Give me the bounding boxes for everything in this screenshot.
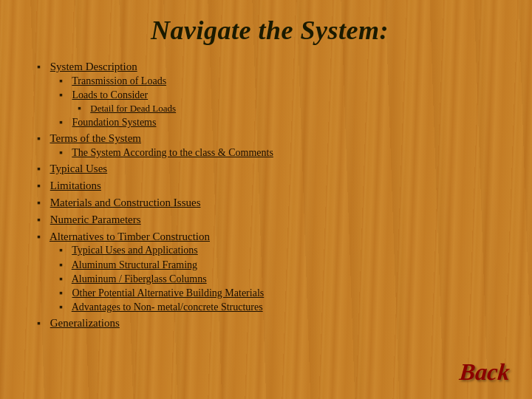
sub-list: ▪ The System According to the class & Co… — [37, 146, 502, 160]
item-label[interactable]: Limitations — [50, 180, 101, 191]
bullet-icon: ▪ — [59, 146, 69, 160]
item-label[interactable]: Transmission of Loads — [72, 75, 166, 86]
bullet-icon: ▪ — [59, 301, 69, 314]
list-item[interactable]: ▪ Other Potential Alternative Building M… — [59, 287, 502, 300]
list-item[interactable]: ▪ The System According to the class & Co… — [59, 146, 502, 160]
bullet-icon: ▪ — [37, 163, 47, 177]
bullet-icon: ▪ — [78, 102, 88, 115]
bullet-icon: ▪ — [37, 214, 47, 228]
list-item[interactable]: ▪ System Description ▪ Transmission of L… — [37, 59, 502, 129]
bullet-icon: ▪ — [37, 317, 47, 331]
bullet-icon: ▪ — [37, 132, 47, 146]
bullet-icon: ▪ — [37, 197, 47, 211]
list-item[interactable]: ▪ Detail for Dead Loads — [78, 102, 502, 115]
list-item[interactable]: ▪ Typical Uses and Applications — [59, 244, 502, 257]
list-item[interactable]: ▪ Foundation Systems — [59, 116, 502, 129]
item-label[interactable]: Numeric Parameters — [50, 214, 141, 225]
main-list: ▪ System Description ▪ Transmission of L… — [37, 59, 502, 331]
slide: Navigate the System: ▪ System Descriptio… — [0, 0, 532, 399]
list-item[interactable]: ▪ Typical Uses — [37, 161, 502, 177]
bullet-icon: ▪ — [59, 273, 69, 286]
item-label[interactable]: Aluminum / Fiberglass Columns — [72, 273, 207, 284]
list-item[interactable]: ▪ Limitations — [37, 178, 502, 194]
list-item[interactable]: ▪ Aluminum Structural Framing — [59, 259, 502, 272]
item-label[interactable]: Typical Uses and Applications — [72, 245, 198, 256]
item-label[interactable]: Other Potential Alternative Building Mat… — [72, 287, 265, 299]
item-label[interactable]: Materials and Construction Issues — [50, 197, 201, 208]
list-item[interactable]: ▪ Transmission of Loads — [59, 75, 502, 88]
bullet-icon: ▪ — [59, 287, 69, 300]
item-label[interactable]: Generalizations — [50, 317, 120, 329]
item-label[interactable]: Alternatives to Timber Construction — [50, 231, 210, 242]
bullet-icon: ▪ — [59, 259, 69, 272]
item-label[interactable]: Foundation Systems — [72, 117, 157, 128]
list-item[interactable]: ▪ Aluminum / Fiberglass Columns — [59, 273, 502, 286]
item-label[interactable]: Terms of the System — [50, 132, 141, 144]
item-label[interactable]: Aluminum Structural Framing — [72, 259, 197, 270]
item-label[interactable]: Advantages to Non- metal/concrete Struct… — [72, 301, 263, 313]
bullet-icon: ▪ — [59, 75, 69, 88]
list-item[interactable]: ▪ Numeric Parameters — [37, 212, 502, 228]
page-title: Navigate the System: — [37, 15, 502, 46]
list-item[interactable]: ▪ Terms of the System ▪ The System Accor… — [37, 131, 502, 160]
bullet-icon: ▪ — [37, 231, 47, 245]
item-label[interactable]: Detail for Dead Loads — [90, 103, 176, 114]
sub-list: ▪ Typical Uses and Applications ▪ Alumin… — [37, 244, 502, 314]
list-item[interactable]: ▪ Alternatives to Timber Construction ▪ … — [37, 229, 502, 315]
bullet-icon: ▪ — [59, 89, 69, 102]
bullet-icon: ▪ — [37, 180, 47, 194]
bullet-icon: ▪ — [59, 244, 69, 257]
item-label[interactable]: The System According to the class & Comm… — [72, 147, 273, 158]
bullet-icon: ▪ — [37, 61, 47, 75]
list-item[interactable]: ▪ Advantages to Non- metal/concrete Stru… — [59, 301, 502, 314]
sub-sub-list: ▪ Detail for Dead Loads — [59, 102, 502, 115]
list-item[interactable]: ▪ Loads to Consider ▪ Detail for Dead Lo… — [59, 89, 502, 115]
back-button[interactable]: Back — [459, 358, 511, 386]
sub-list: ▪ Transmission of Loads ▪ Loads to Consi… — [37, 75, 502, 129]
list-item[interactable]: ▪ Materials and Construction Issues — [37, 195, 502, 211]
item-label[interactable]: System Description — [50, 61, 137, 72]
bullet-icon: ▪ — [59, 116, 69, 129]
list-item[interactable]: ▪ Generalizations — [37, 316, 502, 331]
item-label[interactable]: Loads to Consider — [72, 89, 149, 100]
item-label[interactable]: Typical Uses — [50, 163, 107, 174]
